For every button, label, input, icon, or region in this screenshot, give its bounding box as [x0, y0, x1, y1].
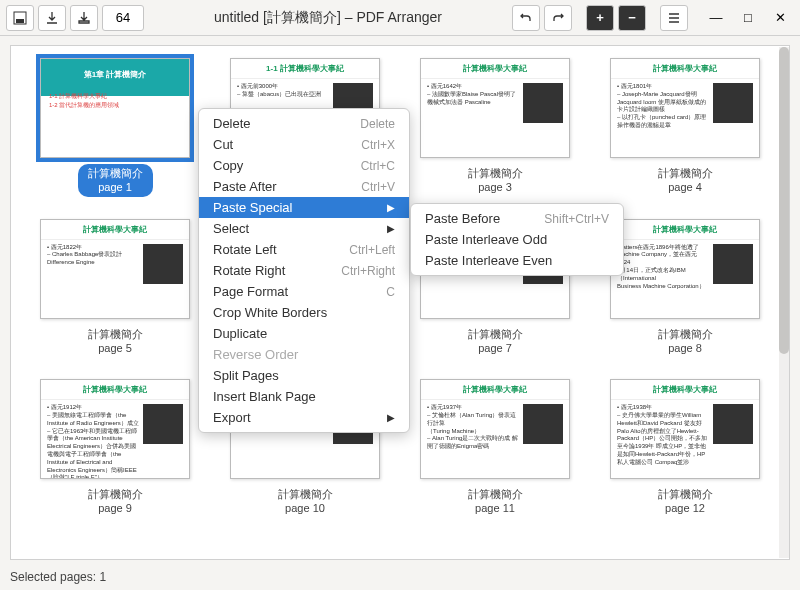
context-menu[interactable]: DeleteDeleteCutCtrl+XCopyCtrl+CPaste Aft… [198, 108, 410, 433]
page-caption: 計算機簡介page 3 [458, 164, 533, 197]
page-thumbnail[interactable]: 計算機科學大事紀• 西元1801年 – Joseph-Marie Jacquar… [605, 58, 765, 197]
page-thumbnail[interactable]: 第1章 計算機簡介1-1 計算機科學大事紀1-2 當代計算機的應用領域計算機簡介… [35, 58, 195, 197]
menu-item[interactable]: Paste Interleave Even [411, 250, 623, 271]
svg-rect-1 [16, 19, 24, 23]
status-bar: Selected pages: 1 [0, 564, 800, 590]
page-thumbnail[interactable]: 計算機科學大事紀• 西元1642年 – 法國數學家Blaise Pascal發明… [415, 58, 575, 197]
status-text: Selected pages: 1 [10, 570, 106, 584]
page-caption: 計算機簡介page 5 [78, 325, 153, 358]
window-title: untitled [計算機簡介] – PDF Arranger [148, 9, 508, 27]
save-button[interactable] [6, 5, 34, 31]
menu-item[interactable]: Rotate RightCtrl+Right [199, 260, 409, 281]
menu-item[interactable]: Paste Interleave Odd [411, 229, 623, 250]
zoom-out-button[interactable]: − [618, 5, 646, 31]
page-caption: 計算機簡介page 7 [458, 325, 533, 358]
menu-item[interactable]: Paste AfterCtrl+V [199, 176, 409, 197]
toolbar: untitled [計算機簡介] – PDF Arranger + − — □ … [0, 0, 800, 36]
scrollbar-thumb[interactable] [779, 47, 789, 354]
page-thumbnail[interactable]: 計算機科學大事紀Watters在西元1896年將他透了Machine Compa… [605, 219, 765, 358]
page-caption: 計算機簡介page 12 [648, 485, 723, 518]
menu-item[interactable]: CutCtrl+X [199, 134, 409, 155]
page-caption: 計算機簡介page 4 [648, 164, 723, 197]
page-caption: 計算機簡介page 9 [78, 485, 153, 518]
menu-item[interactable]: DeleteDelete [199, 113, 409, 134]
page-thumbnail[interactable]: 計算機科學大事紀• 西元1937年 – 艾倫杜林（Alan Turing）發表這… [415, 379, 575, 518]
menu-item[interactable]: Rotate LeftCtrl+Left [199, 239, 409, 260]
rotate-right-button[interactable] [544, 5, 572, 31]
menu-item[interactable]: Export▶ [199, 407, 409, 428]
menu-item[interactable]: Crop White Borders [199, 302, 409, 323]
menu-item: Reverse Order [199, 344, 409, 365]
paste-special-submenu[interactable]: Paste BeforeShift+Ctrl+VPaste Interleave… [410, 203, 624, 276]
minimize-button[interactable]: — [702, 5, 730, 31]
page-caption: 計算機簡介page 1 [78, 164, 153, 197]
maximize-button[interactable]: □ [734, 5, 762, 31]
menu-item[interactable]: Insert Blank Page [199, 386, 409, 407]
scrollbar[interactable] [779, 47, 789, 558]
zoom-input[interactable] [102, 5, 144, 31]
main-menu-button[interactable] [660, 5, 688, 31]
menu-item[interactable]: Paste Special▶ [199, 197, 409, 218]
page-thumbnail[interactable]: 計算機科學大事紀• 西元1938年 – 史丹佛大學畢業的學生William He… [605, 379, 765, 518]
page-caption: 計算機簡介page 11 [458, 485, 533, 518]
page-caption: 計算機簡介page 10 [268, 485, 343, 518]
menu-item[interactable]: Select▶ [199, 218, 409, 239]
page-thumbnail[interactable]: 計算機科學大事紀• 西元1912年 – 美國無線電工程師學會（the Insti… [35, 379, 195, 518]
close-button[interactable]: ✕ [766, 5, 794, 31]
page-caption: 計算機簡介page 8 [648, 325, 723, 358]
menu-item[interactable]: Duplicate [199, 323, 409, 344]
page-thumbnail[interactable]: 計算機科學大事紀• 西元1822年 – Charles Babbage發表設計 … [35, 219, 195, 358]
menu-item[interactable]: CopyCtrl+C [199, 155, 409, 176]
menu-item[interactable]: Page FormatC [199, 281, 409, 302]
menu-item[interactable]: Paste BeforeShift+Ctrl+V [411, 208, 623, 229]
menu-item[interactable]: Split Pages [199, 365, 409, 386]
export-button[interactable] [70, 5, 98, 31]
import-button[interactable] [38, 5, 66, 31]
rotate-left-button[interactable] [512, 5, 540, 31]
zoom-in-button[interactable]: + [586, 5, 614, 31]
